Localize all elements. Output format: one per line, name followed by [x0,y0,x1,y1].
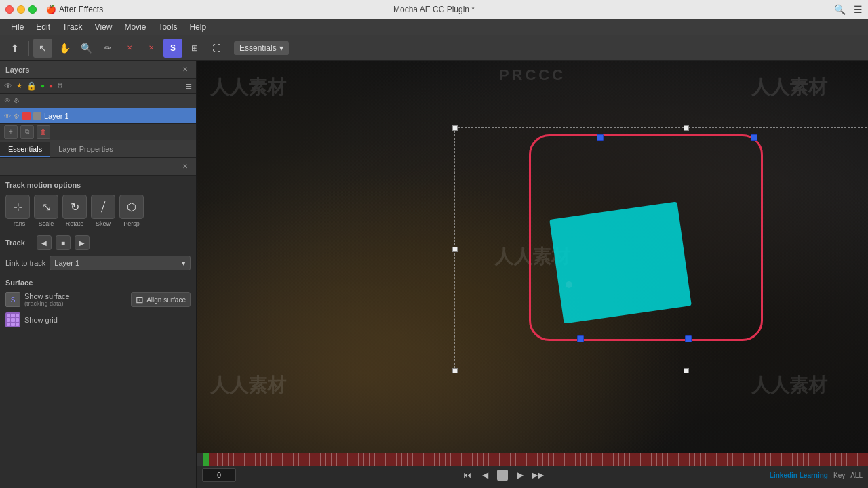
layer-settings-icon[interactable]: ⚙ [14,97,20,104]
app-name: 🍎 After Effects [46,5,103,14]
toolbar-s-btn[interactable]: S [163,39,182,58]
toolbar-upload-btn[interactable]: ⬆ [5,39,24,58]
toolbar-x2-btn[interactable]: ✕ [142,39,161,58]
timeline: 0 ⏮ ◀ ▶ ▶▶ Linkedin Learning Key ALL [197,453,868,488]
timeline-start-marker [203,453,209,466]
track-forward-btn[interactable]: ▶ [75,235,90,250]
layer-add-btn[interactable]: + [4,125,18,139]
toolbar-x1-btn[interactable]: ✕ [120,39,139,58]
link-value: Layer 1 [54,259,79,267]
track-stop-btn[interactable]: ■ [56,235,71,250]
plugin-title: Mocha AE CC Plugin * [393,5,475,14]
toolbar-transform-btn[interactable]: ⛶ [207,39,226,58]
layers-panel-controls: – ✕ [166,64,191,75]
toolbar-grid-btn[interactable]: ⊞ [185,39,204,58]
show-surface-label: Show surface [24,292,70,300]
eye-icon[interactable]: 👁 [4,81,12,91]
track-motion-title: Track motion options [5,181,191,189]
motion-options: ⊹ Trans ⤡ Scale ↻ Rotate ⧸ Skew ⬡ Pers [5,195,191,227]
align-surface-btn[interactable]: ⊡ Align surface [131,292,191,307]
motion-skew-btn[interactable]: ⧸ Skew [91,195,115,227]
left-panel: Layers – ✕ 👁 ★ 🔒 ● ● ⚙ ☰ [0,61,197,488]
show-grid-label: Show grid [24,316,58,324]
track-controls-row: Track ◀ ■ ▶ [5,235,191,250]
key-label: Key [833,472,845,479]
close-button[interactable] [5,5,14,14]
layers-minimize-btn[interactable]: – [166,64,177,75]
essentials-dropdown[interactable]: Essentials ▾ [234,41,289,55]
apple-icon: 🍎 [46,5,56,14]
link-dropdown[interactable]: Layer 1 ▾ [50,256,191,270]
color-dot-green: ● [41,82,45,89]
track-close-btn[interactable]: ✕ [180,161,191,172]
essentials-chevron: ▾ [279,43,283,53]
link-label: Link to track [5,259,45,267]
app-title: After Effects [59,5,103,14]
track-backward-btn[interactable]: ◀ [37,235,52,250]
tab-essentials[interactable]: Essentials [0,142,50,157]
layer-1-row[interactable]: 👁 ⚙ Layer 1 [0,108,196,123]
menu-edit[interactable]: Edit [31,21,56,33]
tc-stop-btn[interactable] [495,468,510,483]
timeline-ruler[interactable] [197,453,868,466]
motion-trans-btn[interactable]: ⊹ Trans [5,195,30,227]
scale-label: Scale [39,220,54,227]
link-to-track-row: Link to track Layer 1 ▾ [5,256,191,270]
settings-icon[interactable]: ⚙ [57,82,63,89]
grid-icon [5,312,20,327]
layer-delete-btn[interactable]: 🗑 [37,125,50,139]
layer-visibility-icon[interactable]: 👁 [4,113,11,120]
lock-icon[interactable]: 🔒 [26,81,37,91]
skew-label: Skew [96,220,111,227]
toolbar-hand-btn[interactable]: ✋ [55,39,74,58]
toolbar-pen-btn[interactable]: ✏ [98,39,117,58]
menu-track[interactable]: Track [57,21,88,33]
link-chevron: ▾ [182,259,186,268]
layers-sort-icon[interactable]: ☰ [186,82,192,90]
tc-end-btn[interactable]: ▶▶ [530,468,545,483]
persp-icon: ⬡ [119,195,144,219]
maximize-button[interactable] [28,5,37,14]
layer-duplicate-btn[interactable]: ⧉ [20,125,34,139]
motion-scale-btn[interactable]: ⤡ Scale [34,195,58,227]
timeline-controls: 0 ⏮ ◀ ▶ ▶▶ Linkedin Learning Key ALL [197,466,868,485]
menu-tools[interactable]: Tools [153,21,182,33]
tc-stop-icon [497,470,508,481]
layers-icons-row2: 👁 ⚙ [0,94,196,108]
scale-icon: ⤡ [34,195,58,219]
search-icon[interactable]: 🔍 [834,4,846,15]
menu-help[interactable]: Help [184,21,212,33]
layers-close-btn[interactable]: ✕ [180,64,191,75]
menu-icon[interactable]: ☰ [854,4,863,15]
layer-eye-icon[interactable]: 👁 [4,97,11,104]
menu-view[interactable]: View [90,21,118,33]
prccc-watermark: PRCCC [499,66,566,84]
tc-prev-btn[interactable]: ◀ [477,468,492,483]
linkedin-learning-label: Linkedin Learning [770,472,828,479]
toolbar-zoom-btn[interactable]: 🔍 [77,39,96,58]
menu-movie[interactable]: Movie [119,21,151,33]
main-layout: Layers – ✕ 👁 ★ 🔒 ● ● ⚙ ☰ [0,61,868,488]
track-minimize-btn[interactable]: – [166,161,177,172]
timeline-frame[interactable]: 0 [202,468,236,482]
tab-layer-properties[interactable]: Layer Properties [50,142,121,157]
menu-bar: File Edit Track View Movie Tools Help [0,19,868,35]
tc-play-btn[interactable]: ▶ [513,468,528,483]
layer-color-red [22,112,31,120]
tc-start-btn[interactable]: ⏮ [460,468,475,483]
viewport[interactable]: 人人素材 人人素材 人人素材 人人素材 人人素材 [197,61,868,453]
video-texture [197,61,868,453]
layers-icons: 👁 ★ 🔒 ● ● ⚙ [4,81,63,91]
menu-file[interactable]: File [5,21,29,33]
track-panel-controls: – ✕ [166,161,191,172]
show-surface-text: Show surface (tracking data) [24,292,70,307]
motion-rotate-btn[interactable]: ↻ Rotate [62,195,87,227]
show-surface-btn[interactable]: S Show surface (tracking data) [5,292,70,307]
align-icon: ⊡ [136,294,144,305]
motion-persp-btn[interactable]: ⬡ Persp [119,195,144,227]
tabs-bar: Essentials Layer Properties [0,140,196,158]
toolbar-select-btn[interactable]: ↖ [33,39,52,58]
layers-panel: Layers – ✕ 👁 ★ 🔒 ● ● ⚙ ☰ [0,61,196,140]
minimize-button[interactable] [17,5,25,14]
show-grid-row[interactable]: Show grid [5,312,191,327]
